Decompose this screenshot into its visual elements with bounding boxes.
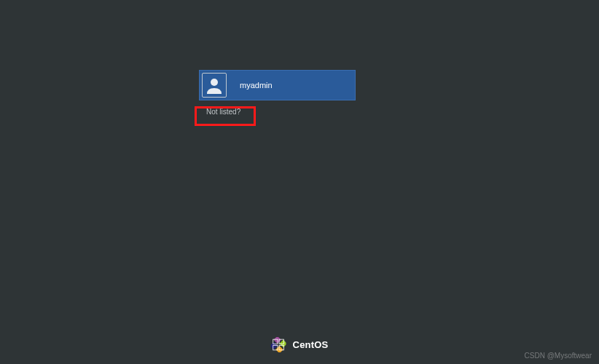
svg-rect-1 <box>280 340 286 347</box>
svg-point-0 <box>211 79 218 86</box>
svg-rect-3 <box>271 342 278 349</box>
user-entry-myadmin[interactable]: myadmin <box>199 70 356 100</box>
distro-label: CentOS <box>293 339 329 350</box>
centos-logo-icon <box>271 337 286 352</box>
svg-rect-2 <box>275 346 283 352</box>
username-label: myadmin <box>240 81 273 90</box>
avatar-icon <box>205 76 224 95</box>
branding: CentOS <box>271 337 329 352</box>
avatar <box>202 73 227 98</box>
login-area: myadmin Not listed? <box>199 70 356 117</box>
watermark: CSDN @Mysoftwear <box>525 352 592 360</box>
not-listed-link[interactable]: Not listed? <box>206 108 240 116</box>
svg-rect-4 <box>273 337 281 344</box>
